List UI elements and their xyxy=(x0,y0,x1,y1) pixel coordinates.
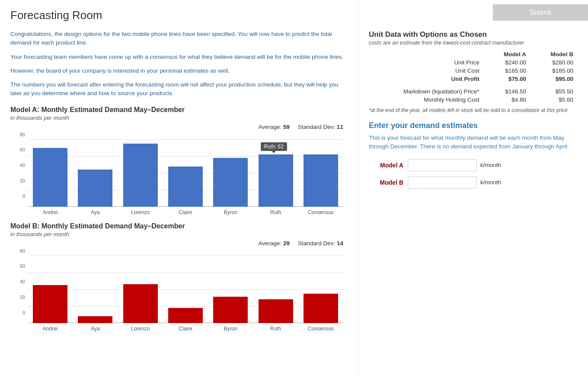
chart-b-subtitle: in thousands per month xyxy=(10,231,348,237)
chart-b-x-labels: AndreiAyaLorenzoClaireByronRuthConsensus xyxy=(28,326,343,332)
x-label-byron: Byron xyxy=(208,209,253,215)
table-row: Markdown (liquidation) Price*$148.50$55.… xyxy=(369,87,578,96)
bar-consensus xyxy=(304,154,338,206)
chart-a-bars xyxy=(28,140,343,207)
submit-button[interactable]: Submit xyxy=(493,4,588,21)
bar-consensus xyxy=(304,294,338,323)
bar-andrei xyxy=(33,285,67,323)
bar-aya xyxy=(78,316,112,323)
chart-a-container: 80 60 40 20 0 AndreiAyaLorenzoClaireByro… xyxy=(10,132,348,216)
intro-para1: Congratulations, the design options for … xyxy=(10,30,348,48)
chart-b-title: Model B: Monthly Estimated Demand May–De… xyxy=(10,222,348,230)
unit-data-footnote: *at the end of the year, all models left… xyxy=(369,107,578,113)
chart-a-x-labels: AndreiAyaLorenzoClaireByronRuthConsensus xyxy=(28,209,343,215)
bar-aya xyxy=(78,170,112,206)
model-b-label: Model B xyxy=(369,179,403,186)
x-label-lorenzo: Lorenzo xyxy=(118,326,163,332)
x-label-consensus: Consensus xyxy=(298,209,343,215)
model-a-kmonth: k/month xyxy=(480,162,501,168)
bar-lorenzo xyxy=(123,144,158,206)
bar-byron xyxy=(213,158,248,206)
table-row: Unit Price$240.00$280.00 xyxy=(369,58,578,67)
x-label-lorenzo: Lorenzo xyxy=(118,209,163,215)
x-label-claire: Claire xyxy=(163,326,208,332)
model-a-input[interactable] xyxy=(408,159,477,171)
table-row: Monthly Holding Cost$4.80$5.60 xyxy=(369,96,578,104)
chart-a-title: Model A: Monthly Estimated Demand May–De… xyxy=(10,106,348,114)
col-model-b: Model B xyxy=(530,50,578,58)
model-b-input[interactable] xyxy=(408,176,477,189)
intro-para2: Your forecasting team members have come … xyxy=(10,53,348,61)
bar-andrei xyxy=(33,148,67,207)
demand-estimates-section: Enter your demand estimates This is your… xyxy=(369,121,578,189)
bar-ruth xyxy=(259,154,293,206)
bar-claire xyxy=(168,167,203,207)
table-row: Unit Cost$165.00$185.00 xyxy=(369,67,578,75)
page-title: Forecasting Room xyxy=(10,9,348,22)
x-label-aya: Aya xyxy=(73,209,118,215)
chart-b-y-axis: 80 60 40 20 0 xyxy=(10,248,27,315)
bar-ruth xyxy=(259,299,293,323)
model-a-input-row: Model A k/month xyxy=(369,159,578,171)
demand-desc: This is your forecast for what monthly d… xyxy=(369,134,578,151)
x-label-consensus: Consensus xyxy=(298,326,343,332)
demand-title: Enter your demand estimates xyxy=(369,121,578,130)
bar-claire xyxy=(168,308,203,323)
model-b-kmonth: k/month xyxy=(480,179,501,186)
x-label-byron: Byron xyxy=(208,326,253,332)
bar-byron xyxy=(213,297,248,323)
chart-a-y-axis: 80 60 40 20 0 xyxy=(10,132,27,199)
intro-para3: However, the board of your company is in… xyxy=(10,67,348,75)
chart-a-stats: Average: 59 Standard Dev: 11 xyxy=(10,124,348,130)
table-row: Unit Profit$75.00$95.00 xyxy=(369,75,578,83)
x-label-andrei: Andrei xyxy=(28,209,73,215)
model-b-input-row: Model B k/month xyxy=(369,176,578,189)
unit-data-subtitle: costs are an estimate from the lowest-co… xyxy=(369,40,578,46)
model-a-label: Model A xyxy=(369,162,403,169)
x-label-ruth: Ruth xyxy=(253,209,298,215)
chart-b-container: 80 60 40 20 0 AndreiAyaLorenzoClaireByro… xyxy=(10,248,348,333)
col-model-a: Model A xyxy=(484,50,530,58)
x-label-claire: Claire xyxy=(163,209,208,215)
bar-lorenzo xyxy=(123,284,158,323)
intro-para4: The numbers you will forecast after ente… xyxy=(10,80,348,98)
unit-data-title: Unit Data with Options as Chosen xyxy=(369,30,578,39)
x-label-ruth: Ruth xyxy=(253,326,298,332)
unit-data-table: Model A Model B Unit Price$240.00$280.00… xyxy=(369,50,578,104)
x-label-aya: Aya xyxy=(73,326,118,332)
chart-b-bars xyxy=(28,256,343,323)
x-label-andrei: Andrei xyxy=(28,326,73,332)
chart-b-stats: Average: 29 Standard Dev: 14 xyxy=(10,240,348,247)
chart-a-subtitle: in thousands per month xyxy=(10,115,348,121)
